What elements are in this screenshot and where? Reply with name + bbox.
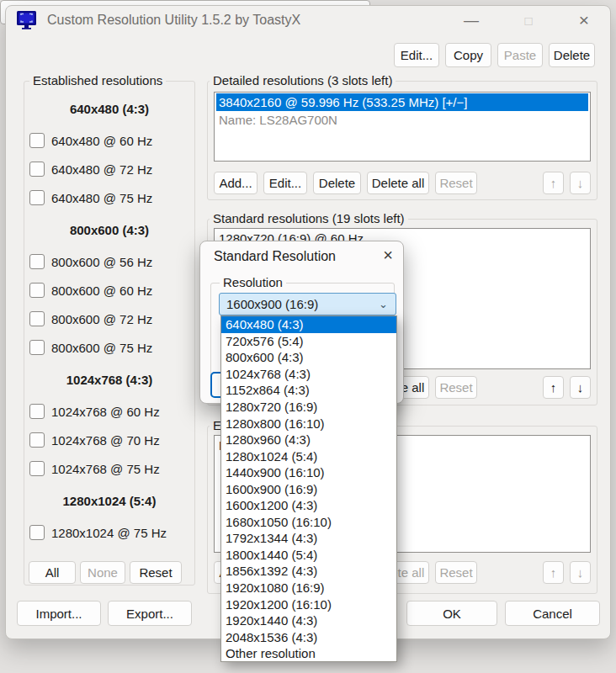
resolution-checkbox[interactable]	[29, 432, 45, 448]
dropdown-option[interactable]: 1792x1344 (4:3)	[221, 530, 396, 547]
dropdown-option-label: 2048x1536 (4:3)	[226, 630, 317, 644]
dropdown-option[interactable]: 1920x1440 (4:3)	[221, 612, 396, 629]
resolution-checkbox[interactable]	[29, 254, 45, 269]
detailed-delete-button[interactable]: Delete	[313, 172, 361, 194]
resolution-checkbox[interactable]	[29, 404, 45, 419]
dropdown-option[interactable]: 1280x960 (4:3)	[221, 432, 396, 448]
dropdown-option[interactable]: 1152x864 (4:3)	[221, 382, 396, 399]
dropdown-option-label: 800x600 (4:3)	[226, 350, 304, 364]
resolution-group-label: Resolution	[220, 275, 286, 289]
dropdown-option-label: 1280x1024 (5:4)	[226, 449, 317, 464]
dropdown-option-label: 1600x900 (16:9)	[226, 482, 317, 496]
resolution-checkbox[interactable]	[29, 340, 45, 355]
dropdown-option[interactable]: 2048x1536 (4:3)	[221, 628, 396, 645]
up-arrow-icon: ↑	[550, 380, 557, 395]
dropdown-option-label: 1280x720 (16:9)	[226, 400, 317, 414]
resolution-checkbox[interactable]	[29, 190, 45, 205]
export-button[interactable]: Export...	[108, 601, 192, 626]
app-icon	[16, 9, 37, 33]
detailed-group-label: Detailed resolutions (3 slots left)	[210, 73, 396, 87]
resolution-checkbox[interactable]	[29, 162, 45, 177]
dropdown-option[interactable]: 720x576 (5:4)	[221, 333, 396, 350]
list-item-text: Name: LS28AG700N	[219, 113, 337, 127]
paste-button: Paste	[497, 43, 543, 67]
dropdown-option[interactable]: 1680x1050 (16:10)	[221, 514, 396, 531]
dropdown-option[interactable]: 1280x720 (16:9)	[221, 399, 396, 416]
resolution-label: 1024x768 @ 70 Hz	[51, 433, 160, 448]
list-item: 800x600 @ 72 Hz	[25, 305, 194, 333]
dropdown-option-label: 1920x1440 (4:3)	[226, 613, 317, 628]
list-item: 1280x1024 (5:4)	[25, 483, 194, 518]
list-item: 1024x768 @ 60 Hz	[25, 397, 194, 426]
established-reset-button[interactable]: Reset	[130, 561, 182, 584]
dropdown-option[interactable]: 1920x1200 (16:10)	[221, 596, 396, 612]
list-item: 800x600 @ 60 Hz	[25, 276, 194, 305]
dropdown-option[interactable]: 1856x1392 (4:3)	[221, 563, 396, 580]
cancel-button[interactable]: Cancel	[505, 601, 600, 626]
dropdown-option[interactable]: 1280x800 (16:10)	[221, 415, 396, 432]
dropdown-option[interactable]: 1800x1440 (5:4)	[221, 547, 396, 564]
dropdown-option[interactable]: 800x600 (4:3)	[221, 349, 396, 366]
resolution-label: 1024x768 @ 75 Hz	[51, 462, 160, 476]
all-button[interactable]: All	[29, 561, 76, 584]
dropdown-option[interactable]: Other resolution	[221, 645, 396, 662]
list-item-text: 3840x2160 @ 59.996 Hz (533.25 MHz) [+/−]	[219, 95, 467, 109]
window-title: Custom Resolution Utility 1.5.2 by Toast…	[47, 13, 300, 28]
dropdown-option[interactable]: 1600x1200 (4:3)	[221, 497, 396, 514]
resolution-checkbox[interactable]	[29, 461, 45, 476]
dropdown-option-label: 1856x1392 (4:3)	[226, 564, 317, 578]
dropdown-option[interactable]: 640x480 (4:3)	[221, 316, 396, 333]
list-item: 640x480 (4:3)	[25, 91, 194, 126]
dropdown-option-label: 1800x1440 (5:4)	[226, 548, 317, 562]
list-item: 640x480 @ 75 Hz	[25, 183, 194, 212]
dialog-close-button[interactable]: ×	[383, 246, 393, 265]
resolution-dropdown-list[interactable]: 640x480 (4:3) 720x576 (5:4) 800x600 (4:3…	[220, 315, 397, 662]
resolution-checkbox[interactable]	[29, 133, 45, 148]
standard-move-up-button[interactable]: ↑	[543, 376, 564, 399]
list-item: 1280x1024 @ 75 Hz	[25, 518, 194, 547]
none-button: None	[80, 561, 125, 584]
list-item: 800x600 (4:3)	[25, 212, 194, 247]
detailed-add-button[interactable]: Add...	[214, 172, 258, 194]
detailed-delete-all-button[interactable]: Delete all	[367, 172, 429, 194]
list-item: 1024x768 @ 70 Hz	[25, 426, 194, 454]
resolution-combobox[interactable]: 1600x900 (16:9) ⌄	[219, 293, 396, 315]
resolution-checkbox[interactable]	[29, 283, 45, 298]
resolution-label: 640x480 (4:3)	[70, 102, 149, 116]
import-button[interactable]: Import...	[17, 601, 101, 626]
detailed-listbox[interactable]: 3840x2160 @ 59.996 Hz (533.25 MHz) [+/−]…	[214, 92, 591, 162]
dropdown-option[interactable]: 1024x768 (4:3)	[221, 366, 396, 383]
resolution-label: 640x480 @ 72 Hz	[51, 162, 152, 177]
dropdown-option[interactable]: 1280x1024 (5:4)	[221, 448, 396, 464]
list-item: 800x600 @ 75 Hz	[25, 333, 194, 362]
list-item[interactable]: 3840x2160 @ 59.996 Hz (533.25 MHz) [+/−]	[216, 93, 588, 111]
dropdown-option[interactable]: 1920x1080 (16:9)	[221, 580, 396, 596]
list-item: 1024x768 @ 75 Hz	[25, 454, 194, 483]
maximize-button: □	[515, 8, 542, 33]
resolution-label: 1024x768 (4:3)	[66, 373, 153, 387]
list-item[interactable]: Name: LS28AG700N	[216, 111, 588, 129]
established-group-label: Established resolutions	[29, 73, 166, 87]
resolution-checkbox[interactable]	[29, 525, 45, 540]
dropdown-option-label: 1680x1050 (16:10)	[226, 515, 332, 529]
dropdown-option-label: 1152x864 (4:3)	[226, 383, 310, 397]
resolution-label: 640x480 @ 75 Hz	[51, 191, 152, 205]
copy-button[interactable]: Copy	[445, 43, 491, 67]
dropdown-option-label: 1600x1200 (4:3)	[226, 498, 317, 512]
dropdown-option-label: 1280x960 (4:3)	[226, 432, 311, 447]
dropdown-option-label: 1920x1080 (16:9)	[226, 580, 325, 595]
list-item: 800x600 @ 56 Hz	[25, 247, 194, 276]
dropdown-option-label: 640x480 (4:3)	[226, 317, 304, 331]
edit-monitor-button[interactable]: Edit...	[394, 43, 439, 67]
detailed-reset-button: Reset	[435, 172, 477, 194]
delete-monitor-button[interactable]: Delete	[549, 43, 595, 67]
minimize-button[interactable]: —	[458, 8, 485, 33]
close-button[interactable]: ×	[571, 8, 597, 33]
dropdown-option[interactable]: 1600x900 (16:9)	[221, 480, 396, 497]
dropdown-option[interactable]: 1440x900 (16:10)	[221, 464, 396, 481]
resolution-checkbox[interactable]	[29, 311, 45, 326]
minimize-icon: —	[464, 12, 479, 29]
ok-button[interactable]: OK	[406, 601, 497, 626]
detailed-edit-button[interactable]: Edit...	[263, 172, 307, 194]
standard-move-down-button[interactable]: ↓	[570, 376, 591, 399]
